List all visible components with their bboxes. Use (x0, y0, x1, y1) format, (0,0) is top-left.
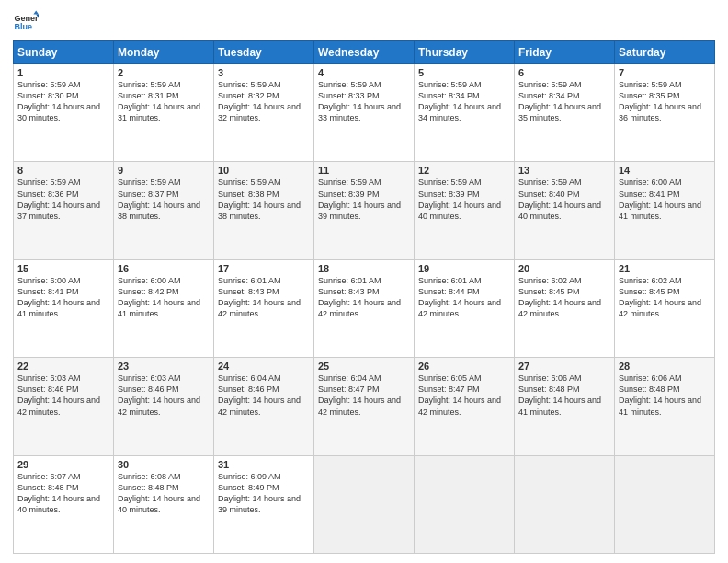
svg-text:General: General (14, 14, 39, 23)
logo-icon: General Blue (13, 9, 39, 35)
col-header-saturday: Saturday (615, 41, 715, 64)
day-number: 13 (518, 165, 610, 176)
cell-info: Sunrise: 6:04 AMSunset: 8:46 PMDaylight:… (218, 373, 301, 416)
calendar-cell (314, 455, 415, 553)
calendar-cell: 3 Sunrise: 5:59 AMSunset: 8:32 PMDayligh… (214, 64, 314, 162)
col-header-thursday: Thursday (415, 41, 515, 64)
calendar-cell (415, 455, 515, 553)
day-number: 23 (118, 361, 210, 372)
day-number: 12 (418, 165, 510, 176)
cell-info: Sunrise: 6:03 AMSunset: 8:46 PMDaylight:… (118, 373, 200, 416)
day-number: 15 (17, 263, 109, 274)
calendar-cell: 31 Sunrise: 6:09 AMSunset: 8:49 PMDaylig… (214, 455, 314, 553)
calendar-cell: 12 Sunrise: 5:59 AMSunset: 8:39 PMDaylig… (415, 162, 515, 259)
calendar-cell: 30 Sunrise: 6:08 AMSunset: 8:48 PMDaylig… (114, 455, 214, 553)
day-number: 3 (218, 67, 310, 78)
svg-marker-2 (33, 10, 39, 14)
calendar-cell (615, 455, 715, 553)
svg-text:Blue: Blue (14, 22, 32, 31)
calendar-cell: 20 Sunrise: 6:02 AMSunset: 8:45 PMDaylig… (515, 259, 615, 357)
calendar-cell: 7 Sunrise: 5:59 AMSunset: 8:35 PMDayligh… (615, 64, 715, 162)
day-number: 9 (118, 165, 210, 176)
calendar-cell: 18 Sunrise: 6:01 AMSunset: 8:43 PMDaylig… (314, 259, 415, 357)
calendar-cell: 21 Sunrise: 6:02 AMSunset: 8:45 PMDaylig… (615, 259, 715, 357)
day-number: 29 (17, 459, 109, 470)
calendar-cell: 10 Sunrise: 5:59 AMSunset: 8:38 PMDaylig… (214, 162, 314, 259)
cell-info: Sunrise: 5:59 AMSunset: 8:36 PMDaylight:… (17, 178, 100, 220)
cell-info: Sunrise: 6:06 AMSunset: 8:48 PMDaylight:… (518, 373, 601, 416)
day-number: 22 (17, 361, 109, 372)
calendar-cell: 13 Sunrise: 5:59 AMSunset: 8:40 PMDaylig… (515, 162, 615, 259)
cell-info: Sunrise: 5:59 AMSunset: 8:35 PMDaylight:… (619, 80, 701, 122)
cell-info: Sunrise: 5:59 AMSunset: 8:38 PMDaylight:… (218, 178, 301, 220)
calendar-cell: 5 Sunrise: 5:59 AMSunset: 8:34 PMDayligh… (415, 64, 515, 162)
day-number: 1 (17, 67, 109, 78)
cell-info: Sunrise: 5:59 AMSunset: 8:34 PMDaylight:… (418, 80, 501, 122)
calendar-cell: 23 Sunrise: 6:03 AMSunset: 8:46 PMDaylig… (114, 358, 214, 455)
col-header-wednesday: Wednesday (314, 41, 415, 64)
day-number: 7 (619, 67, 711, 78)
col-header-monday: Monday (114, 41, 214, 64)
day-number: 24 (218, 361, 310, 372)
cell-info: Sunrise: 6:09 AMSunset: 8:49 PMDaylight:… (218, 472, 301, 514)
col-header-tuesday: Tuesday (214, 41, 314, 64)
cell-info: Sunrise: 6:03 AMSunset: 8:46 PMDaylight:… (17, 373, 100, 416)
calendar-cell: 29 Sunrise: 6:07 AMSunset: 8:48 PMDaylig… (14, 455, 114, 553)
calendar-cell: 17 Sunrise: 6:01 AMSunset: 8:43 PMDaylig… (214, 259, 314, 357)
day-number: 6 (518, 67, 610, 78)
day-number: 25 (318, 361, 410, 372)
day-number: 10 (218, 165, 310, 176)
header: General Blue (13, 9, 715, 35)
calendar-cell: 2 Sunrise: 5:59 AMSunset: 8:31 PMDayligh… (114, 64, 214, 162)
col-header-friday: Friday (515, 41, 615, 64)
calendar-cell: 28 Sunrise: 6:06 AMSunset: 8:48 PMDaylig… (615, 358, 715, 455)
cell-info: Sunrise: 5:59 AMSunset: 8:39 PMDaylight:… (318, 178, 401, 220)
cell-info: Sunrise: 5:59 AMSunset: 8:33 PMDaylight:… (318, 80, 401, 122)
cell-info: Sunrise: 6:00 AMSunset: 8:41 PMDaylight:… (619, 178, 701, 220)
cell-info: Sunrise: 5:59 AMSunset: 8:32 PMDaylight:… (218, 80, 301, 122)
cell-info: Sunrise: 5:59 AMSunset: 8:31 PMDaylight:… (118, 80, 200, 122)
day-number: 20 (518, 263, 610, 274)
calendar-cell: 16 Sunrise: 6:00 AMSunset: 8:42 PMDaylig… (114, 259, 214, 357)
calendar-cell: 4 Sunrise: 5:59 AMSunset: 8:33 PMDayligh… (314, 64, 415, 162)
cell-info: Sunrise: 6:00 AMSunset: 8:41 PMDaylight:… (17, 276, 100, 318)
calendar-cell (515, 455, 615, 553)
cell-info: Sunrise: 6:05 AMSunset: 8:47 PMDaylight:… (418, 373, 501, 416)
day-number: 17 (218, 263, 310, 274)
cell-info: Sunrise: 6:06 AMSunset: 8:48 PMDaylight:… (619, 373, 701, 416)
calendar-week-row: 22 Sunrise: 6:03 AMSunset: 8:46 PMDaylig… (14, 358, 715, 455)
cell-info: Sunrise: 5:59 AMSunset: 8:40 PMDaylight:… (518, 178, 601, 220)
day-number: 27 (518, 361, 610, 372)
day-number: 4 (318, 67, 410, 78)
day-number: 16 (118, 263, 210, 274)
cell-info: Sunrise: 6:01 AMSunset: 8:43 PMDaylight:… (318, 276, 401, 318)
calendar-week-row: 8 Sunrise: 5:59 AMSunset: 8:36 PMDayligh… (14, 162, 715, 259)
calendar-cell: 22 Sunrise: 6:03 AMSunset: 8:46 PMDaylig… (14, 358, 114, 455)
cell-info: Sunrise: 6:01 AMSunset: 8:43 PMDaylight:… (218, 276, 301, 318)
calendar-cell: 1 Sunrise: 5:59 AMSunset: 8:30 PMDayligh… (14, 64, 114, 162)
calendar-cell: 8 Sunrise: 5:59 AMSunset: 8:36 PMDayligh… (14, 162, 114, 259)
cell-info: Sunrise: 6:00 AMSunset: 8:42 PMDaylight:… (118, 276, 200, 318)
day-number: 26 (418, 361, 510, 372)
day-number: 21 (619, 263, 711, 274)
day-number: 11 (318, 165, 410, 176)
calendar-table: SundayMondayTuesdayWednesdayThursdayFrid… (13, 40, 715, 554)
cell-info: Sunrise: 6:02 AMSunset: 8:45 PMDaylight:… (619, 276, 701, 318)
day-number: 5 (418, 67, 510, 78)
calendar-cell: 14 Sunrise: 6:00 AMSunset: 8:41 PMDaylig… (615, 162, 715, 259)
day-number: 2 (118, 67, 210, 78)
calendar-week-row: 29 Sunrise: 6:07 AMSunset: 8:48 PMDaylig… (14, 455, 715, 553)
day-number: 19 (418, 263, 510, 274)
day-number: 18 (318, 263, 410, 274)
day-number: 14 (619, 165, 711, 176)
day-number: 31 (218, 459, 310, 470)
cell-info: Sunrise: 6:02 AMSunset: 8:45 PMDaylight:… (518, 276, 601, 318)
calendar-cell: 15 Sunrise: 6:00 AMSunset: 8:41 PMDaylig… (14, 259, 114, 357)
cell-info: Sunrise: 5:59 AMSunset: 8:34 PMDaylight:… (518, 80, 601, 122)
cell-info: Sunrise: 6:07 AMSunset: 8:48 PMDaylight:… (17, 472, 100, 514)
calendar-cell: 9 Sunrise: 5:59 AMSunset: 8:37 PMDayligh… (114, 162, 214, 259)
col-header-sunday: Sunday (14, 41, 114, 64)
calendar-week-row: 1 Sunrise: 5:59 AMSunset: 8:30 PMDayligh… (14, 64, 715, 162)
cell-info: Sunrise: 5:59 AMSunset: 8:39 PMDaylight:… (418, 178, 501, 220)
cell-info: Sunrise: 6:08 AMSunset: 8:48 PMDaylight:… (118, 472, 200, 514)
